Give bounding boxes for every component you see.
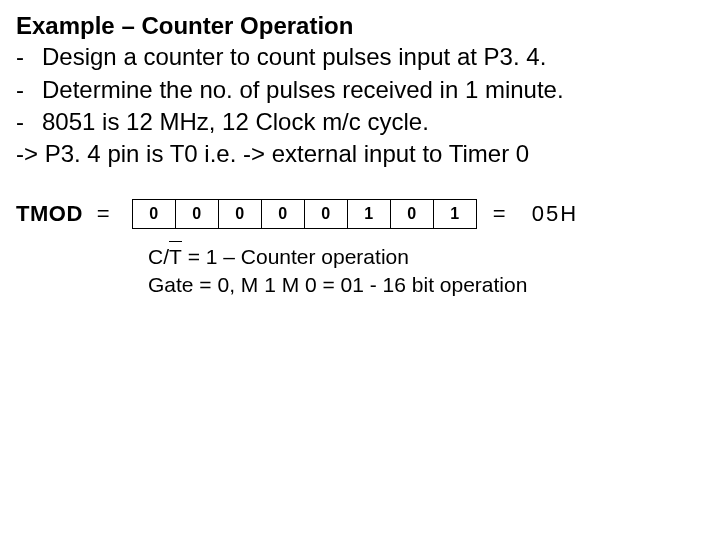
tmod-bit-table: 0 0 0 0 0 1 0 1 [132, 199, 477, 229]
bullet-dash-icon: - [16, 74, 42, 106]
bullet-text: Determine the no. of pulses received in … [42, 74, 564, 106]
tmod-notes: C/T = 1 – Counter operation Gate = 0, M … [148, 243, 704, 300]
tmod-label: TMOD [16, 201, 83, 227]
tmod-bit: 0 [175, 199, 218, 228]
tmod-row: TMOD = 0 0 0 0 0 1 0 1 = 05H [16, 199, 704, 229]
ct-suffix: = 1 – Counter operation [182, 245, 409, 268]
list-item: - 8051 is 12 MHz, 12 Clock m/c cycle. [16, 106, 704, 138]
tmod-hex: 05H [532, 201, 578, 226]
tmod-bit: 1 [433, 199, 476, 228]
tmod-bit: 0 [218, 199, 261, 228]
ct-prefix: C/ [148, 245, 169, 268]
tmod-value: = 05H [493, 201, 579, 227]
slide: Example – Counter Operation - Design a c… [0, 0, 720, 540]
list-item: - Design a counter to count pulses input… [16, 41, 704, 73]
equals-left: = [97, 201, 110, 227]
bullet-text: 8051 is 12 MHz, 12 Clock m/c cycle. [42, 106, 429, 138]
bullet-dash-icon: - [16, 106, 42, 138]
list-item: - Determine the no. of pulses received i… [16, 74, 704, 106]
ct-note: C/T = 1 – Counter operation [148, 243, 704, 271]
bullet-dash-icon: - [16, 41, 42, 73]
gate-note: Gate = 0, M 1 M 0 = 01 - 16 bit operatio… [148, 271, 704, 299]
tmod-bit: 0 [304, 199, 347, 228]
bullet-list: - Design a counter to count pulses input… [16, 41, 704, 171]
tmod-bit: 1 [347, 199, 390, 228]
arrow-line: -> P3. 4 pin is T0 i.e. -> external inpu… [16, 138, 704, 170]
tmod-bit: 0 [261, 199, 304, 228]
bullet-text: Design a counter to count pulses input a… [42, 41, 546, 73]
slide-title: Example – Counter Operation [16, 10, 704, 41]
tmod-bit: 0 [390, 199, 433, 228]
tmod-bit: 0 [132, 199, 175, 228]
equals-right: = [493, 201, 508, 226]
t-overbar: T [169, 243, 182, 271]
